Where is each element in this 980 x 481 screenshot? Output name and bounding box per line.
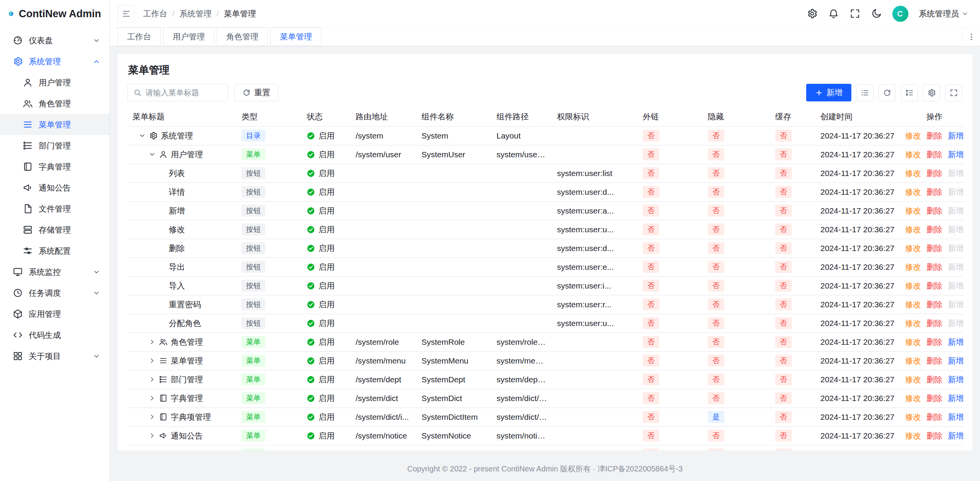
delete-link[interactable]: 删除: [926, 224, 942, 235]
edit-link[interactable]: 修改: [906, 280, 921, 291]
edit-link[interactable]: 修改: [906, 355, 921, 366]
tab-workplace[interactable]: 工作台: [118, 28, 161, 46]
edit-link[interactable]: 修改: [906, 205, 921, 216]
delete-link[interactable]: 删除: [926, 412, 942, 422]
sidebar-item-menu-management[interactable]: 菜单管理: [0, 114, 109, 135]
delete-link[interactable]: 删除: [926, 337, 942, 347]
table-row[interactable]: 重置密码 按钮 启用 system:user:r... 否 否 否 2024-1…: [127, 295, 963, 314]
delete-link[interactable]: 删除: [926, 262, 942, 272]
user-menu[interactable]: 系统管理员: [919, 8, 969, 19]
edit-link[interactable]: 修改: [906, 149, 921, 160]
brand[interactable]: ContiNew Admin: [0, 0, 109, 28]
delete-link[interactable]: 删除: [926, 430, 942, 441]
delete-link[interactable]: 删除: [926, 149, 942, 160]
edit-link[interactable]: 修改: [906, 243, 921, 254]
tab-more-button[interactable]: [962, 28, 980, 46]
table-row[interactable]: 详情 按钮 启用 system:user:d... 否 否 否 2024-11-…: [127, 183, 963, 201]
add-link[interactable]: 新增: [948, 130, 963, 141]
sidebar-item-dict-management[interactable]: 字典管理: [0, 156, 109, 177]
add-link[interactable]: 新增: [948, 168, 963, 179]
edit-link[interactable]: 修改: [906, 299, 921, 310]
table-row[interactable]: 修改 按钮 启用 system:user:u... 否 否 否 2024-11-…: [127, 220, 963, 239]
add-link[interactable]: 新增: [948, 280, 963, 291]
add-button[interactable]: 新增: [806, 84, 851, 101]
edit-link[interactable]: 修改: [906, 262, 921, 272]
breadcrumb-item[interactable]: 工作台: [143, 8, 167, 19]
notifications-button[interactable]: [828, 8, 839, 19]
sidebar-item-dept-management[interactable]: 部门管理: [0, 135, 109, 156]
sidebar-item-dashboard[interactable]: 仪表盘: [0, 30, 109, 51]
add-link[interactable]: 新增: [948, 318, 963, 329]
add-link[interactable]: 新增: [948, 224, 963, 235]
edit-link[interactable]: 修改: [906, 130, 921, 141]
edit-link[interactable]: 修改: [906, 168, 921, 179]
delete-link[interactable]: 删除: [926, 299, 942, 310]
edit-link[interactable]: 修改: [906, 224, 921, 235]
settings-button[interactable]: [807, 8, 818, 19]
sidebar-item-monitor[interactable]: 系统监控: [0, 261, 109, 282]
sidebar-item-system-config[interactable]: 系统配置: [0, 240, 109, 261]
sidebar-item-app-management[interactable]: 应用管理: [0, 303, 109, 324]
tab-user[interactable]: 用户管理: [163, 28, 214, 46]
add-link[interactable]: 新增: [948, 374, 963, 385]
list-view-button[interactable]: [856, 84, 874, 101]
table-row[interactable]: 列表 按钮 启用 system:user:list 否 否 否 2024-11-…: [127, 164, 963, 183]
sidebar-item-code-generation[interactable]: 代码生成: [0, 324, 109, 346]
table-row[interactable]: 删除 按钮 启用 system:user:d... 否 否 否 2024-11-…: [127, 239, 963, 258]
table-row[interactable]: 用户管理 菜单 启用 /system/user SystemUser syste…: [127, 145, 963, 164]
edit-link[interactable]: 修改: [906, 430, 921, 441]
add-link[interactable]: 新增: [948, 337, 963, 347]
table-row[interactable]: 导出 按钮 启用 system:user:e... 否 否 否 2024-11-…: [127, 258, 963, 276]
table-refresh-button[interactable]: [879, 84, 896, 101]
fullscreen-button[interactable]: [849, 8, 861, 19]
sidebar-item-role-management[interactable]: 角色管理: [0, 93, 109, 114]
table-row[interactable]: 通知公告 菜单 启用 /system/notice SystemNotice s…: [127, 426, 963, 445]
edit-link[interactable]: 修改: [906, 374, 921, 385]
breadcrumb-item[interactable]: 系统管理: [180, 8, 212, 19]
table-row[interactable]: 导入 按钮 启用 system:user:i... 否 否 否 2024-11-…: [127, 276, 963, 295]
sidebar-item-system[interactable]: 系统管理: [0, 51, 109, 72]
table-fullscreen-button[interactable]: [945, 84, 962, 101]
table-row[interactable]: 分配角色 按钮 启用 system:user:u... 否 否 否 2024-1…: [127, 314, 963, 333]
table-row[interactable]: 菜单管理 菜单 启用 /system/menu SystemMenu syste…: [127, 351, 963, 370]
table-row[interactable]: 系统管理 目录 启用 /system System Layout 否 否 否 2…: [127, 126, 963, 145]
delete-link[interactable]: 删除: [926, 205, 942, 216]
sidebar-item-about[interactable]: 关于项目: [0, 346, 109, 367]
collapse-sidebar-button[interactable]: [118, 5, 135, 22]
dark-mode-button[interactable]: [871, 8, 882, 19]
delete-link[interactable]: 删除: [926, 187, 942, 197]
avatar[interactable]: [892, 6, 908, 22]
table-row[interactable]: 字典项管理 菜单 启用 /system/dict/i... SystemDict…: [127, 408, 963, 426]
sidebar-item-schedule[interactable]: 任务调度: [0, 282, 109, 303]
edit-link[interactable]: 修改: [906, 318, 921, 329]
delete-link[interactable]: 删除: [926, 130, 942, 141]
delete-link[interactable]: 删除: [926, 355, 942, 366]
add-link[interactable]: 新增: [948, 299, 963, 310]
add-link[interactable]: 新增: [948, 449, 963, 451]
tab-role[interactable]: 角色管理: [217, 28, 268, 46]
search-input[interactable]: [145, 88, 222, 97]
edit-link[interactable]: 修改: [906, 449, 921, 451]
delete-link[interactable]: 删除: [926, 318, 942, 329]
delete-link[interactable]: 删除: [926, 449, 942, 451]
breadcrumb-item[interactable]: 菜单管理: [224, 8, 256, 19]
add-link[interactable]: 新增: [948, 262, 963, 272]
sidebar-item-notice-management[interactable]: 通知公告: [0, 177, 109, 198]
delete-link[interactable]: 删除: [926, 393, 942, 404]
table-row[interactable]: 文件管理 菜单 启用 /system/file SystemFile syste…: [127, 445, 963, 450]
sidebar-item-file-management[interactable]: 文件管理: [0, 198, 109, 219]
delete-link[interactable]: 删除: [926, 374, 942, 385]
sidebar-item-storage-management[interactable]: 存储管理: [0, 219, 109, 240]
delete-link[interactable]: 删除: [926, 280, 942, 291]
delete-link[interactable]: 删除: [926, 243, 942, 254]
add-link[interactable]: 新增: [948, 243, 963, 254]
add-link[interactable]: 新增: [948, 393, 963, 404]
add-link[interactable]: 新增: [948, 205, 963, 216]
tab-menu[interactable]: 菜单管理: [270, 28, 322, 46]
delete-link[interactable]: 删除: [926, 168, 942, 179]
table-row[interactable]: 字典管理 菜单 启用 /system/dict SystemDict syste…: [127, 389, 963, 408]
sidebar-item-user-management[interactable]: 用户管理: [0, 72, 109, 93]
table-row[interactable]: 新增 按钮 启用 system:user:a... 否 否 否 2024-11-…: [127, 201, 963, 220]
reset-button[interactable]: 重置: [234, 84, 278, 101]
add-link[interactable]: 新增: [948, 149, 963, 160]
